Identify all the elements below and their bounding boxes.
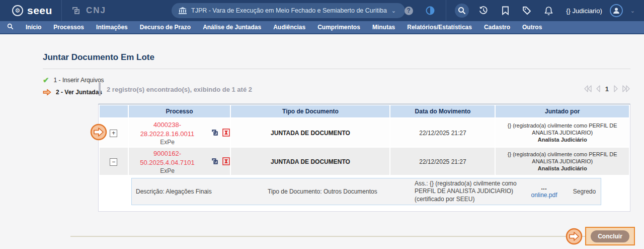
- detail-doc-type: Tipo de Documento: Outros Documentos: [264, 188, 411, 195]
- first-page-button[interactable]: [584, 85, 592, 93]
- pagination: 1: [584, 85, 630, 93]
- wizard-steps: ✔ 1 - Inserir Arquivos 2 - Ver Juntadas: [43, 76, 104, 96]
- nav-item-intimacoes[interactable]: Intimações: [96, 24, 128, 31]
- contrast-button[interactable]: [423, 4, 437, 18]
- user-menu[interactable]: [610, 4, 623, 17]
- document-type: JUNTADA DE DOCUMENTO: [271, 130, 350, 137]
- step-label: 2 - Ver Juntadas: [56, 89, 102, 96]
- collapse-row-button[interactable]: −: [110, 158, 117, 166]
- search-icon: [458, 7, 466, 15]
- nav-item-decurso-de-prazo[interactable]: Decurso de Prazo: [140, 24, 191, 31]
- main-nav: Início Processos Intimações Decurso de P…: [0, 21, 644, 34]
- col-data-movimento-header: Data do Movimento: [390, 105, 495, 117]
- bookmark-button[interactable]: [498, 4, 512, 18]
- detail-description: Descrição: Alegações Finais: [132, 188, 264, 195]
- summary-accent-bar: [99, 83, 101, 96]
- main-content: Juntar Documento Em Lote ✔ 1 - Inserir A…: [0, 34, 644, 249]
- col-juntado-por-header: Juntado por: [496, 105, 629, 117]
- nav-item-cumprimentos[interactable]: Cumprimentos: [317, 24, 360, 31]
- step-label: 1 - Inserir Arquivos: [54, 77, 104, 84]
- results-summary: 2 registro(s) encontrado(s), exibindo de…: [99, 83, 252, 96]
- nav-item-inicio[interactable]: Início: [26, 24, 41, 31]
- hourglass-icon[interactable]: [222, 129, 230, 137]
- notifications-button[interactable]: [541, 4, 555, 18]
- last-page-button[interactable]: [622, 85, 630, 93]
- top-bar: ⚙ seeu CNJ TJPR - Vara de Execução em Me…: [0, 0, 644, 21]
- check-icon: ✔: [43, 76, 49, 85]
- institution-label: TJPR - Vara de Execução em Meio Fechado …: [191, 7, 387, 14]
- summary-text: 2 registro(s) encontrado(s), exibindo de…: [107, 86, 252, 93]
- nav-item-audiencias[interactable]: Audiências: [273, 24, 305, 31]
- process-number-link[interactable]: 4000238-28.2022.8.16.0011: [140, 121, 194, 138]
- user-chevron-icon: ⌄: [630, 8, 635, 14]
- movement-date: 22/12/2025 21:27: [419, 158, 466, 165]
- col-tipo-documento-header: Tipo de Documento: [231, 105, 389, 117]
- col-expander-header: [100, 105, 128, 117]
- courthouse-icon: [179, 7, 187, 14]
- joined-by-role: Analista Judiciário: [538, 137, 587, 143]
- table-row: − 9000162-50.2025.4.04.7101 ExPe JUNTADA…: [100, 148, 629, 175]
- bell-icon: [544, 6, 553, 15]
- expanded-detail-row: Descrição: Alegações Finais Tipo de Docu…: [100, 176, 629, 210]
- cnj-logo: CNJ: [71, 6, 106, 16]
- user-label: {} Judiciario): [566, 7, 602, 15]
- electronic-process-icon[interactable]: [211, 157, 219, 165]
- divider: [43, 69, 630, 69]
- search-button[interactable]: [455, 4, 469, 18]
- divider: [61, 0, 62, 21]
- cnj-squares-icon: [71, 6, 81, 16]
- nav-item-outros[interactable]: Outros: [522, 24, 542, 31]
- joined-by-role: Analista Judiciário: [538, 165, 587, 171]
- joined-by: {} (registrado(a) civilmente como PERFIL…: [496, 151, 629, 172]
- divider: [70, 236, 630, 237]
- hourglass-icon[interactable]: [222, 157, 230, 165]
- tag-icon: [522, 6, 531, 15]
- history-button[interactable]: [476, 4, 491, 18]
- help-button[interactable]: ?: [401, 4, 416, 18]
- prev-page-button[interactable]: [596, 85, 601, 93]
- attachment: ••• online.pdf: [520, 184, 568, 199]
- tag-button[interactable]: [520, 4, 534, 18]
- bookmark-icon: [502, 6, 509, 15]
- nav-item-analise-de-juntadas[interactable]: Análise de Juntadas: [203, 24, 261, 31]
- seeu-logo-text: seeu: [27, 5, 52, 17]
- nav-item-processos[interactable]: Processos: [53, 24, 84, 31]
- nav-item-cadastro[interactable]: Cadastro: [484, 24, 510, 31]
- movement-date: 22/12/2025 21:27: [419, 130, 466, 137]
- current-page: 1: [604, 85, 610, 93]
- process-class: ExPe: [129, 139, 206, 146]
- next-page-button[interactable]: [613, 85, 618, 93]
- help-icon: ?: [405, 7, 413, 15]
- process-number-link[interactable]: 9000162-50.2025.4.04.7101: [140, 150, 194, 166]
- cnj-logo-text: CNJ: [86, 6, 106, 16]
- process-class: ExPe: [129, 167, 206, 174]
- nav-item-minutas[interactable]: Minutas: [372, 24, 395, 31]
- file-menu-icon[interactable]: •••: [541, 186, 547, 191]
- institution-selector[interactable]: TJPR - Vara de Execução em Meio Fechado …: [172, 3, 405, 18]
- seeu-logo[interactable]: ⚙ seeu: [0, 5, 52, 17]
- step-ver-juntadas[interactable]: 2 - Ver Juntadas: [43, 89, 104, 96]
- contrast-icon: [426, 6, 435, 15]
- nav-item-relatorios-estatisticas[interactable]: Relatórios/Estatísticas: [407, 24, 472, 31]
- results-table: Processo Tipo de Documento Data do Movim…: [98, 104, 630, 212]
- secret-label: Segredo: [568, 188, 601, 195]
- nav-search-icon[interactable]: [7, 23, 14, 31]
- page-title: Juntar Documento Em Lote: [43, 52, 154, 63]
- expand-row-button[interactable]: +: [110, 130, 117, 137]
- divider: [446, 0, 446, 21]
- tutorial-arrow-icon: [566, 228, 583, 245]
- document-type: JUNTADA DE DOCUMENTO: [271, 158, 350, 165]
- file-link[interactable]: online.pdf: [520, 192, 568, 199]
- concluir-button[interactable]: Concluir: [591, 230, 629, 242]
- electronic-process-icon[interactable]: [211, 129, 219, 137]
- avatar-icon: [612, 7, 620, 15]
- tutorial-arrow-icon: [90, 123, 107, 141]
- joined-by: {} (registrado(a) civilmente como PERFIL…: [496, 122, 629, 144]
- detail-signature: Ass.: {} (registrado(a) civilmente como …: [411, 180, 520, 204]
- document-detail-panel: Descrição: Alegações Finais Tipo de Docu…: [131, 178, 601, 205]
- seeu-gear-icon: ⚙: [12, 5, 23, 16]
- table-header-row: Processo Tipo de Documento Data do Movim…: [100, 105, 629, 117]
- history-icon: [479, 6, 488, 15]
- step-inserir-arquivos[interactable]: ✔ 1 - Inserir Arquivos: [43, 76, 104, 85]
- chevron-down-icon: ⌄: [391, 8, 396, 14]
